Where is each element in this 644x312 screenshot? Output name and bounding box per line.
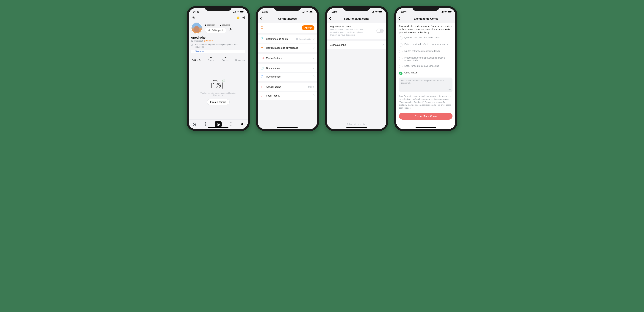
reason-option-2[interactable]: Muitos estranhos me incomodando xyxy=(396,48,455,55)
row-set-password[interactable]: Defina a senha xyxy=(327,39,386,49)
add-person-button[interactable] xyxy=(228,27,233,32)
svg-rect-36 xyxy=(261,57,263,59)
nav-explore-icon[interactable] xyxy=(204,122,208,127)
reason-textarea[interactable]: Não hesite em descrever o problema ocorr… xyxy=(399,78,452,92)
following-stat[interactable]: 2seguindo xyxy=(220,23,230,26)
svg-rect-3 xyxy=(236,11,236,12)
cellular-icon xyxy=(302,11,305,12)
delete-account-button[interactable]: Excluir Minha Conta xyxy=(399,113,452,120)
home-indicator[interactable] xyxy=(277,127,298,128)
wifi-icon xyxy=(444,11,447,12)
radio-icon xyxy=(399,43,402,47)
svg-point-13 xyxy=(230,28,231,29)
male-icon xyxy=(193,50,194,52)
svg-point-14 xyxy=(193,51,194,52)
svg-rect-1 xyxy=(234,12,234,12)
tab-private[interactable]: 0Privado xyxy=(204,55,218,63)
row-cache[interactable]: Apagar cache 182MB xyxy=(258,83,317,92)
svg-rect-45 xyxy=(372,12,373,12)
pencil-icon xyxy=(208,29,211,31)
nav-notifications-icon[interactable] xyxy=(229,122,233,127)
svg-point-23 xyxy=(218,124,219,125)
back-button[interactable] xyxy=(260,17,262,21)
edit-profile-button[interactable]: Editar perfil xyxy=(205,28,226,33)
security-toggle[interactable] xyxy=(376,28,384,33)
check-circle-icon xyxy=(296,38,298,40)
svg-rect-53 xyxy=(442,11,443,12)
tab-likes[interactable]: 171Curtidas xyxy=(218,55,233,63)
radio-icon xyxy=(399,57,402,60)
bio-hint[interactable]: Adicionar uma biografia e você pode ganh… xyxy=(195,44,245,48)
battery-icon xyxy=(378,11,382,12)
header: Configurações xyxy=(258,15,317,23)
coin-icon[interactable] xyxy=(236,16,240,20)
chevron-right-icon xyxy=(313,67,314,70)
row-about[interactable]: Quem somos xyxy=(258,72,317,81)
row-phone[interactable]: Alterar xyxy=(258,23,317,33)
status-time: 16:46 xyxy=(262,10,268,13)
svg-point-34 xyxy=(296,38,298,40)
reason-option-0[interactable]: Quero trocar para uma outra conta xyxy=(396,35,455,41)
svg-rect-49 xyxy=(379,11,382,12)
svg-rect-32 xyxy=(261,26,263,29)
svg-rect-44 xyxy=(372,12,372,12)
deletion-intro: Estamos tristes em te ver partir. Por fa… xyxy=(396,23,455,35)
svg-point-42 xyxy=(262,76,262,76)
back-button[interactable] xyxy=(329,17,331,21)
svg-rect-50 xyxy=(382,11,382,12)
svg-rect-27 xyxy=(304,11,304,12)
profile-tabs: 0Publicação 0Privado 171Curtidas 1Meu Ál… xyxy=(189,55,248,63)
update-badge[interactable]: Atualizar xyxy=(204,40,212,42)
svg-rect-52 xyxy=(442,12,442,12)
svg-rect-57 xyxy=(451,11,452,12)
svg-point-39 xyxy=(262,69,262,69)
settings-icon[interactable] xyxy=(191,16,195,20)
wifi-icon xyxy=(375,11,378,12)
battery-icon xyxy=(240,11,244,12)
security-toggle-title: Segurança da conta xyxy=(330,25,384,28)
chevron-right-icon xyxy=(382,43,384,46)
wifi-icon xyxy=(306,11,308,12)
svg-rect-43 xyxy=(261,86,263,88)
tab-publications[interactable]: 0Publicação xyxy=(189,55,204,63)
nav-home-icon[interactable] xyxy=(192,122,196,127)
svg-point-19 xyxy=(213,83,214,84)
reason-option-4[interactable]: Estou tendo problemas com o uso xyxy=(396,63,455,70)
home-indicator[interactable] xyxy=(208,127,228,128)
back-button[interactable] xyxy=(398,17,400,21)
user-id-value: wakep884 xyxy=(194,40,203,42)
gender-chip[interactable]: Masculino xyxy=(191,50,245,53)
svg-rect-2 xyxy=(235,11,235,12)
edit-profile-label: Editar perfil xyxy=(212,29,223,31)
textarea-placeholder: Não hesite em descrever o problema ocorr… xyxy=(401,79,444,84)
row-wallet[interactable]: Minha Carteira xyxy=(258,54,317,62)
radio-icon xyxy=(399,65,402,68)
followers-stat[interactable]: 1seguidor xyxy=(205,23,215,26)
svg-rect-30 xyxy=(310,11,312,12)
share-icon[interactable] xyxy=(242,16,245,20)
nav-create-button[interactable] xyxy=(215,121,222,128)
row-comments[interactable]: Comentários xyxy=(258,64,317,72)
home-indicator[interactable] xyxy=(416,127,436,128)
svg-point-21 xyxy=(204,123,207,125)
avatar[interactable] xyxy=(191,23,202,34)
reason-option-1[interactable]: Esta comunidade não é o que eu esperava xyxy=(396,41,455,48)
char-counter: 0/200 xyxy=(446,89,450,91)
row-logout[interactable]: Fazer logout xyxy=(258,92,317,100)
svg-rect-26 xyxy=(303,12,304,12)
home-indicator[interactable] xyxy=(346,127,367,128)
radio-icon xyxy=(399,36,402,40)
logout-icon xyxy=(260,94,264,97)
username: opedrohen xyxy=(191,36,245,39)
tab-album[interactable]: 1Meu Álbum xyxy=(233,55,247,63)
reason-option-5[interactable]: Outro motivo xyxy=(396,70,455,77)
go-to-camera-button[interactable]: Ir para a câmera xyxy=(207,99,230,105)
nav-profile-icon[interactable] xyxy=(240,122,244,127)
svg-rect-56 xyxy=(448,11,451,12)
row-privacy[interactable]: Configurações de privacidade xyxy=(258,43,317,52)
alter-button[interactable]: Alterar xyxy=(302,25,314,30)
row-account-security[interactable]: Segurança da conta Desprotegida xyxy=(258,34,317,43)
svg-rect-31 xyxy=(313,11,313,12)
svg-rect-54 xyxy=(443,11,444,12)
reason-option-3[interactable]: Preocupação com a privacidade: Desejo re… xyxy=(396,55,455,63)
